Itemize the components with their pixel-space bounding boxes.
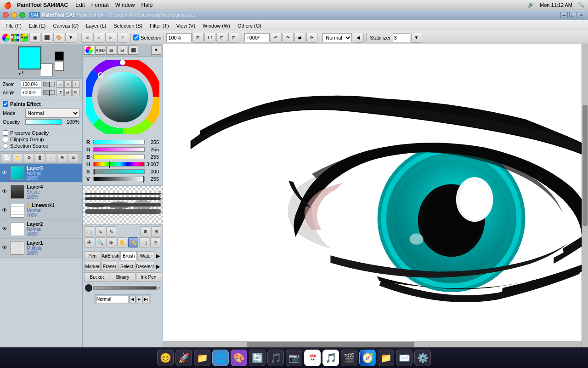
zoom-tool[interactable]: 🔍 [95, 237, 105, 247]
rotate-cw-btn[interactable]: ↷ [283, 33, 294, 43]
v-scroll-thumb[interactable] [582, 105, 588, 226]
brush-scroll2-btn[interactable]: ▶ [155, 262, 161, 271]
hand-tool[interactable]: ✋ [117, 237, 127, 247]
dock-sync[interactable]: 🔄 [249, 350, 266, 366]
zoom-slider[interactable] [43, 82, 55, 86]
bottom-mode-input[interactable] [96, 296, 128, 303]
brush-scroll-btn[interactable]: ▶ [155, 251, 161, 260]
rgb-mode-btn[interactable]: RGB [11, 34, 19, 42]
tool-settings-btn[interactable]: ⚙ [140, 226, 150, 236]
marker-tab[interactable]: Marker [84, 262, 101, 271]
extra-tool[interactable]: ⬚ [139, 237, 149, 247]
nav-prev-btn[interactable]: ◀ [81, 33, 92, 43]
mode-select[interactable]: Normal Multiply Shade [25, 109, 79, 118]
deselect-tab[interactable]: Deselect [136, 262, 154, 271]
airbrush-tab[interactable]: AirBrush [102, 251, 120, 260]
layer4-visibility-icon[interactable]: 👁 [2, 188, 9, 196]
layer-item-layer1[interactable]: 👁 Layer1 Multiply 100% [0, 239, 82, 258]
stabilizer-btn[interactable]: ▼ [411, 33, 422, 43]
paints-effect-checkbox[interactable] [3, 101, 8, 107]
r-slider[interactable] [93, 140, 145, 144]
binary-tab[interactable]: Binary [110, 272, 135, 282]
h-scroll-thumb[interactable] [247, 342, 414, 347]
mode-nav-next[interactable]: ▶ [136, 296, 142, 303]
menu-selection[interactable]: Selection (S) [110, 22, 146, 29]
dock-settings[interactable]: ⚙️ [414, 350, 431, 366]
black-color-btn[interactable] [55, 52, 64, 61]
window-restore-btn[interactable]: □ [569, 12, 577, 18]
selection-checkbox-label[interactable]: Selection [133, 34, 161, 40]
palette-btn[interactable]: 🎨 [53, 33, 64, 43]
dock-photos[interactable]: 🎬 [341, 350, 357, 366]
dock-mail[interactable]: ✉️ [396, 350, 413, 366]
rotate-reset-btn[interactable]: ⟳ [306, 33, 317, 43]
eraser-tab[interactable]: Eraser [101, 262, 118, 271]
opacity-slider[interactable] [25, 119, 62, 125]
dock-camera[interactable]: 📷 [286, 350, 302, 366]
eyedropper-tool[interactable]: ✎ [106, 226, 116, 236]
zoom-reset-btn[interactable]: ○ [64, 80, 72, 88]
v-slider[interactable] [93, 177, 145, 181]
color-settings-btn[interactable]: ▼ [151, 46, 161, 55]
move-tool[interactable]: ✛ [84, 237, 94, 247]
maximize-button[interactable] [19, 12, 25, 18]
menu-window[interactable]: Window (W) [199, 22, 234, 29]
angle-value-input[interactable] [21, 89, 41, 96]
view-toggle[interactable]: ⊡ [150, 237, 160, 247]
zoom-fit2-btn[interactable]: ⊟ [228, 33, 239, 43]
brush-tab[interactable]: Brush [120, 251, 137, 260]
blend-mode-prev-btn[interactable]: ◀ [353, 33, 364, 43]
stabilizer-input[interactable] [393, 33, 410, 42]
color-wheel-container[interactable] [86, 60, 159, 134]
color-tab-palette[interactable]: ⊞ [117, 46, 127, 55]
dock-launchpad[interactable]: 🚀 [175, 350, 192, 366]
color-grid-btn[interactable]: ▦ [29, 33, 40, 43]
menu-layer[interactable]: Layer (L) [82, 22, 110, 29]
layer3-visibility-icon[interactable]: 👁 [2, 169, 9, 177]
layer-item-linework1[interactable]: 👁 ✏️Linework1 Normal 100% [0, 201, 82, 220]
layer1-visibility-icon[interactable]: 👁 [2, 244, 9, 252]
nav-up-btn[interactable]: ▲ [93, 33, 104, 43]
dock-finder[interactable]: 😊 [157, 350, 174, 366]
layer2-visibility-icon[interactable]: 👁 [2, 225, 9, 233]
g-slider[interactable] [93, 147, 145, 152]
minimize-button[interactable] [11, 12, 17, 18]
blend-mode-select[interactable]: Normal Multiply Shade Overlay [322, 33, 352, 42]
color-wheel-btn[interactable] [2, 34, 10, 42]
rotate-left-btn[interactable]: ↺ [57, 89, 64, 96]
menu-canvas[interactable]: Canvas (C) [50, 22, 83, 29]
menu-view[interactable]: View (V) [173, 22, 199, 29]
window-close-btn[interactable]: ✕ [578, 12, 585, 18]
new-layer-btn[interactable]: 📄 [2, 153, 12, 162]
select-tab[interactable]: Select [119, 262, 135, 271]
menu-window[interactable]: Window [115, 2, 135, 8]
selection-source-radio[interactable] [3, 143, 8, 149]
white-color-btn[interactable] [55, 62, 64, 71]
layer-item-layer3[interactable]: 👁 Layer3 Normal 100% [0, 164, 82, 183]
color-tab-rgb-bars[interactable]: RGB [95, 46, 105, 55]
select-rect-tool[interactable]: ⬚ [84, 226, 94, 236]
mode-nav-prev[interactable]: ◀ [129, 296, 136, 303]
close-button[interactable] [3, 12, 9, 18]
rotation-input[interactable] [244, 33, 270, 42]
dock-safari[interactable]: 🧭 [359, 350, 376, 366]
swap-colors-btn[interactable]: ⇄ [18, 69, 24, 76]
search-icon[interactable]: 🔍 [578, 2, 584, 8]
zoom-100-btn[interactable]: 1:1 [204, 33, 215, 43]
dock-files[interactable]: 📁 [194, 350, 210, 366]
brush-size-slider[interactable] [93, 286, 157, 290]
flip-canvas-btn[interactable]: ⇄ [64, 89, 72, 96]
nav-right-btn[interactable]: ▶ [105, 33, 116, 43]
layer-up-btn[interactable]: ↑ [46, 153, 56, 162]
dock-media[interactable]: 🎵 [267, 350, 284, 366]
dock-calendar[interactable]: 📅 [304, 350, 321, 366]
layer-settings-btn[interactable]: ⚙ [24, 153, 34, 162]
window-minimize-btn[interactable]: ─ [560, 12, 568, 18]
menu-filter[interactable]: Filter (T) [146, 22, 173, 29]
dock-itunes[interactable]: 🎵 [322, 350, 339, 366]
nav-down-btn[interactable]: ▼ [117, 33, 128, 43]
menu-format[interactable]: Format [91, 2, 109, 8]
dock-files2[interactable]: 📁 [378, 350, 394, 366]
background-color-swatch[interactable] [40, 63, 53, 76]
zoom-fit-btn[interactable]: ⊞ [192, 33, 204, 43]
